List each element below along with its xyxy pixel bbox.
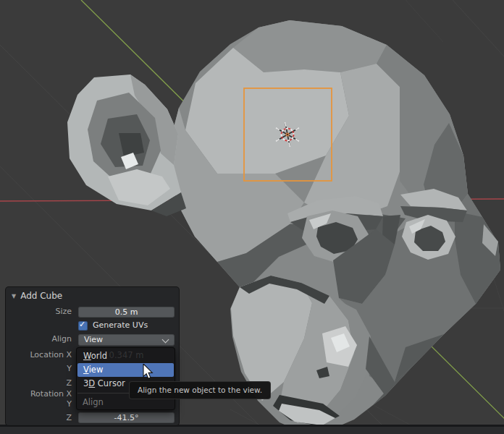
size-field[interactable]: 0.5 m xyxy=(78,307,175,318)
align-dropdown-value: View xyxy=(78,335,103,344)
chevron-down-icon xyxy=(162,336,169,344)
generate-uvs-label: Generate UVs xyxy=(93,320,148,331)
panel-title: Add Cube xyxy=(20,291,62,301)
location-x-label: Location X xyxy=(6,350,72,360)
checkmark-icon: ✓ xyxy=(79,320,85,329)
align-dropdown[interactable]: View xyxy=(78,334,175,346)
rotation-z-field[interactable]: -41.5° xyxy=(78,412,175,423)
size-label: Size xyxy=(6,307,72,317)
rotation-y-label: Y xyxy=(6,399,72,409)
tooltip-text: Align the new object to the view. xyxy=(138,386,262,394)
rotation-z-label: Z xyxy=(6,413,72,423)
dropdown-item-view[interactable]: View xyxy=(77,363,174,377)
panel-header[interactable]: ▼Add Cube xyxy=(12,291,62,301)
tooltip: Align the new object to the view. xyxy=(129,381,271,399)
align-label: Align xyxy=(6,334,72,344)
align-dropdown-menu: 0.347 m WorldView3D Cursor Align xyxy=(76,347,175,410)
dropdown-item-world[interactable]: World xyxy=(77,349,174,363)
rotation-x-label: Rotation X xyxy=(6,389,72,399)
operator-panel-add-cube: ▼Add Cube Size 0.5 m ✓ Generate UVs Alig… xyxy=(5,286,180,426)
generate-uvs-checkbox[interactable]: ✓ xyxy=(78,321,88,331)
location-z-label: Z xyxy=(6,378,72,388)
location-y-label: Y xyxy=(6,364,72,374)
collapse-arrow-icon: ▼ xyxy=(12,293,16,299)
